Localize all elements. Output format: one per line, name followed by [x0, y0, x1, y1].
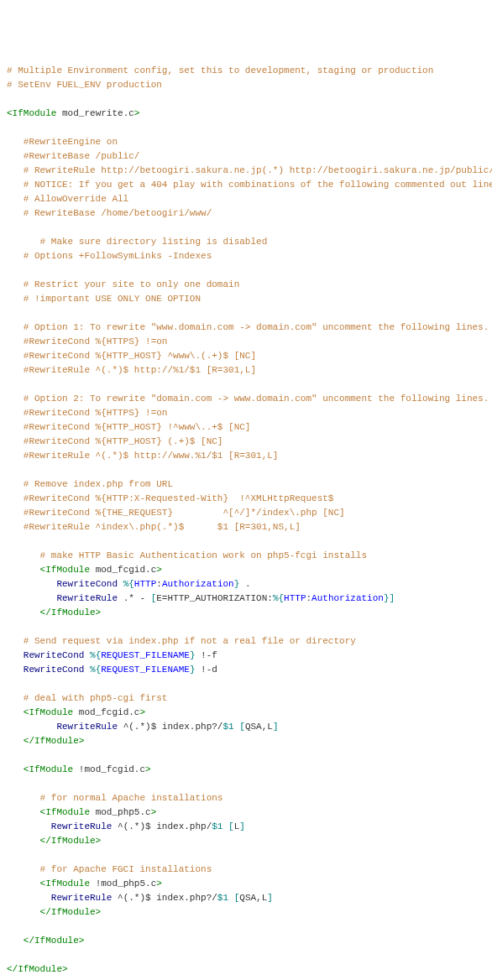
code-segment: > [145, 764, 151, 774]
code-line: # for normal Apache installations [7, 791, 485, 805]
code-segment: # Send request via index.php if not a re… [7, 636, 356, 646]
code-line [7, 748, 485, 763]
code-segment: RewriteCond [24, 650, 85, 660]
code-line [7, 378, 485, 392]
code-segment: <IfModule [40, 807, 90, 817]
code-line: <IfModule mod_fcgid.c> [7, 563, 485, 577]
code-line: #RewriteRule ^(.*)$ http://%1/$1 [R=301,… [7, 363, 485, 378]
code-line: #RewriteCond %{HTTP_HOST} ^www\.(.+)$ [N… [7, 349, 485, 363]
code-segment [7, 878, 40, 889]
code-segment: # SetEnv FUEL_ENV production [7, 80, 162, 90]
code-segment: QSA,L [239, 893, 267, 903]
code-line: # make HTTP Basic Authentication work on… [7, 549, 485, 563]
code-segment [7, 907, 40, 917]
code-line: # RewriteRule http://betoogiri.sakura.ne… [7, 164, 485, 178]
code-line: RewriteRule .* - [E=HTTP_AUTHORIZATION:%… [7, 592, 485, 606]
code-segment: #RewriteCond %{HTTP_HOST} ^www\.(.+)$ [N… [7, 351, 256, 361]
code-line: RewriteRule ^(.*)$ index.php?/$1 [QSA,L] [7, 720, 485, 734]
code-segment: #RewriteRule ^(.*)$ http://www.%1/$1 [R=… [7, 451, 278, 461]
code-line [7, 221, 485, 235]
code-segment: #RewriteBase /public/ [7, 151, 139, 161]
code-segment: # make HTTP Basic Authentication work on… [7, 550, 367, 560]
code-segment: RewriteCond [24, 665, 85, 675]
code-line [7, 263, 485, 278]
code-segment: </IfModule> [40, 907, 102, 917]
code-line [7, 920, 485, 934]
code-segment: RewriteRule [56, 593, 118, 603]
code-line: # RewriteBase /home/betoogiri/www/ [7, 206, 485, 221]
code-line: # !important USE ONLY ONE OPTION [7, 292, 485, 306]
code-line: <IfModule mod_rewrite.c> [7, 107, 485, 121]
code-line [7, 620, 485, 634]
code-line: RewriteCond %{HTTP:Authorization} . [7, 577, 485, 592]
code-segment: : [156, 579, 162, 589]
code-segment: # RewriteBase /home/betoogiri/www/ [7, 208, 212, 218]
code-line: # Send request via index.php if not a re… [7, 634, 485, 649]
code-segment: </IfModule> [24, 736, 85, 746]
code-segment [7, 707, 24, 717]
code-line: #RewriteCond %{HTTP:X-Requested-With} !^… [7, 492, 485, 506]
code-segment: HTTP [134, 579, 156, 589]
code-line: # Remove index.php from URL [7, 477, 485, 492]
code-line: # NOTICE: If you get a 404 play with com… [7, 178, 485, 192]
code-line [7, 121, 485, 135]
code-line: # SetEnv FUEL_ENV production [7, 78, 485, 92]
code-segment: <IfModule [40, 878, 90, 889]
code-segment: #RewriteCond %{HTTP_HOST} !^www\..+$ [NC… [7, 422, 250, 432]
code-segment: QSA,L [245, 722, 273, 732]
code-segment: <IfModule [24, 764, 73, 774]
code-segment: ^(.*)$ index.php/ [112, 821, 212, 831]
code-segment: #RewriteCond %{HTTPS} !=on [7, 336, 167, 347]
code-segment: ] [267, 893, 273, 903]
code-line: <IfModule mod_php5.c> [7, 805, 485, 820]
code-segment: %{ [90, 650, 101, 660]
code-line: #RewriteCond %{HTTPS} !=on [7, 335, 485, 349]
code-line: #RewriteEngine on [7, 135, 485, 149]
code-segment: #RewriteRule ^index\.php(.*)$ $1 [R=301,… [7, 522, 301, 532]
code-segment: %{ [90, 665, 101, 675]
code-line: # for Apache FGCI installations [7, 863, 485, 877]
code-segment: !-f [195, 650, 217, 660]
code-segment: REQUEST_FILENAME [101, 665, 190, 675]
code-segment: #RewriteRule ^(.*)$ http://%1/$1 [R=301,… [7, 365, 256, 375]
code-line: # Option 1: To rewrite "www.domain.com -… [7, 321, 485, 335]
code-line: </IfModule> [7, 905, 485, 920]
code-segment [7, 807, 40, 817]
code-line [7, 777, 485, 791]
code-segment: Authorization [311, 593, 384, 603]
code-segment: ] [273, 722, 279, 732]
code-segment: mod_fcgid.c [90, 565, 156, 575]
code-line: #RewriteCond %{HTTP_HOST} !^www\..+$ [NC… [7, 420, 485, 435]
code-segment: #RewriteEngine on [7, 137, 118, 147]
code-segment: %{ [273, 593, 284, 603]
code-segment: ] [239, 821, 245, 831]
code-line [7, 463, 485, 477]
code-segment: $1 [222, 722, 233, 732]
code-line: </IfModule> [7, 606, 485, 620]
code-segment: > [156, 565, 162, 575]
code-line: RewriteCond %{REQUEST_FILENAME} !-d [7, 663, 485, 677]
code-segment: <IfModule [24, 707, 73, 717]
code-segment: mod_fcgid.c [73, 707, 139, 717]
code-segment [7, 936, 24, 946]
code-segment: !-d [195, 665, 217, 675]
code-line: # Make sure directory listing is disable… [7, 235, 485, 249]
code-segment: > [156, 878, 162, 889]
code-segment: </IfModule> [40, 836, 102, 846]
code-segment [118, 579, 123, 589]
code-segment [7, 836, 40, 846]
code-segment [7, 565, 40, 575]
code-line [7, 948, 485, 962]
code-segment: [ [239, 722, 245, 732]
code-segment [7, 607, 40, 618]
code-segment: REQUEST_FILENAME [101, 650, 190, 660]
code-line: #RewriteCond %{THE_REQUEST} ^[^/]*/index… [7, 506, 485, 520]
code-segment: </IfModule> [40, 607, 102, 618]
code-segment [7, 821, 51, 831]
code-segment: # Options +FollowSymLinks -Indexes [7, 251, 212, 261]
code-segment: #RewriteCond %{HTTP:X-Requested-With} !^… [7, 493, 333, 503]
code-segment [7, 579, 56, 589]
code-segment: mod_rewrite.c [56, 108, 133, 118]
code-segment: $1 [217, 893, 228, 903]
code-line [7, 534, 485, 549]
